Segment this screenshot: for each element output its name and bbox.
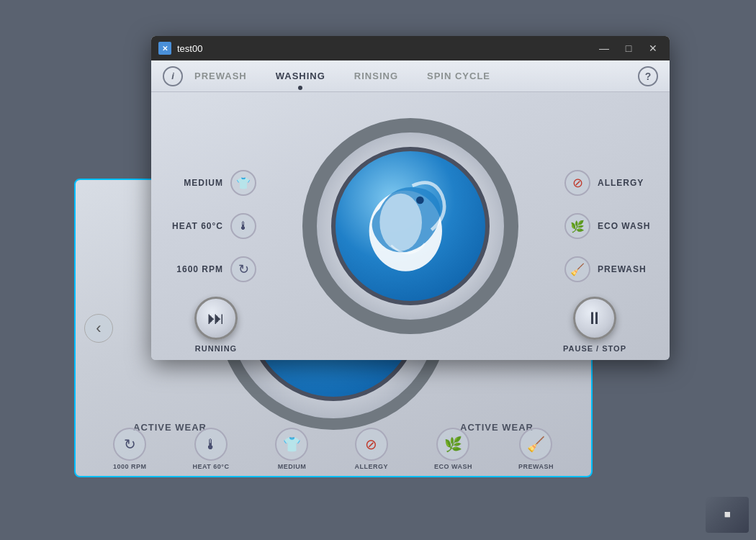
action-buttons: ⏭ RUNNING ⏸ PAUSE / STOP (151, 297, 670, 353)
allergy-control[interactable]: ⊘ ALLERGY (564, 170, 655, 196)
bg-bottom-icons: ↻ 1000 RPM 🌡 HEAT 60°C 👕 MEDIUM ⊘ ALLERG… (76, 428, 591, 470)
pause-icon: ⏸ (586, 308, 603, 328)
running-button-group: ⏭ RUNNING (194, 297, 238, 353)
chevron-left-icon: ‹ (96, 319, 101, 338)
minimize-button[interactable]: — (595, 39, 613, 58)
bg-icon-medium[interactable]: 👕 MEDIUM (275, 428, 308, 470)
running-button[interactable]: ⏭ (194, 297, 238, 340)
right-controls: ⊘ ALLERGY 🌿 ECO WASH 🧹 PREWASH (564, 170, 655, 282)
taskbar-thumbnail: ⬜ (706, 497, 749, 533)
allergy-icon-main: ⊘ (564, 170, 590, 196)
rpm-control[interactable]: 1600 RPM ↻ (166, 256, 256, 282)
window-title: test00 (177, 43, 589, 54)
prewash-label: PREWASH (518, 463, 554, 470)
bg-icon-eco[interactable]: 🌿 ECO WASH (434, 428, 472, 470)
bg-icon-prewash[interactable]: 🧹 PREWASH (518, 428, 554, 470)
info-icon[interactable]: i (163, 66, 183, 86)
allergy-label-main: ALLERGY (598, 178, 655, 188)
title-bar: ✕ test00 — □ ✕ (151, 36, 670, 60)
heat-icon-main: 🌡 (230, 213, 256, 239)
prewash-icon: 🧹 (519, 428, 552, 461)
top-navigation: i PREWASH WASHING RINSING SPIN CYCLE ? (151, 60, 670, 92)
close-button[interactable]: ✕ (644, 39, 662, 58)
dolphin-logo (353, 168, 468, 284)
bg-prev-button[interactable]: ‹ (84, 314, 113, 343)
svg-point-5 (416, 197, 424, 204)
heat-icon: 🌡 (194, 428, 228, 461)
rpm-icon-main: ↻ (230, 256, 256, 282)
load-icon: 👕 (230, 170, 256, 196)
bg-icon-heat[interactable]: 🌡 HEAT 60°C (193, 428, 230, 470)
step-washing[interactable]: WASHING (276, 71, 325, 81)
heat-label: HEAT 60°C (166, 221, 223, 231)
pause-stop-button[interactable]: ⏸ (573, 297, 616, 340)
rpm-icon: ↻ (113, 428, 146, 461)
app-icon: ✕ (158, 42, 171, 55)
eco-wash-control[interactable]: 🌿 ECO WASH (564, 213, 655, 239)
prewash-icon-main: 🧹 (564, 256, 590, 282)
rpm-label-main: 1600 RPM (166, 264, 223, 274)
eco-label: ECO WASH (434, 463, 472, 470)
pause-stop-label: PAUSE / STOP (563, 344, 626, 353)
step-rinsing[interactable]: RINSING (354, 71, 398, 81)
heat-control[interactable]: HEAT 60°C 🌡 (166, 213, 256, 239)
prewash-label-main: PREWASH (598, 264, 655, 274)
pause-stop-button-group: ⏸ PAUSE / STOP (563, 297, 626, 353)
step-prewash[interactable]: PREWASH (194, 71, 247, 81)
bg-icon-rpm[interactable]: ↻ 1000 RPM (113, 428, 147, 470)
prewash-control[interactable]: 🧹 PREWASH (564, 256, 655, 282)
running-label: RUNNING (195, 344, 237, 353)
bg-icon-allergy[interactable]: ⊘ ALLERGY (354, 428, 388, 470)
drum-glass (331, 147, 490, 305)
allergy-label: ALLERGY (354, 463, 388, 470)
progress-steps: PREWASH WASHING RINSING SPIN CYCLE (194, 71, 638, 81)
help-icon[interactable]: ? (638, 66, 658, 86)
left-controls: MEDIUM 👕 HEAT 60°C 🌡 1600 RPM ↻ (166, 170, 256, 282)
heat-label: HEAT 60°C (193, 463, 230, 470)
eco-icon: 🌿 (436, 428, 469, 461)
main-content: MEDIUM 👕 HEAT 60°C 🌡 1600 RPM ↻ (151, 92, 670, 360)
taskbar-preview[interactable]: ⬜ (706, 497, 749, 533)
rpm-label: 1000 RPM (113, 463, 147, 470)
load-control[interactable]: MEDIUM 👕 (166, 170, 256, 196)
load-label: MEDIUM (166, 178, 223, 188)
main-window: ✕ test00 — □ ✕ i PREWASH WASHING RINSING… (151, 36, 670, 360)
allergy-icon: ⊘ (355, 428, 388, 461)
maximize-button[interactable]: □ (619, 39, 638, 58)
svg-point-4 (379, 194, 422, 251)
medium-icon: 👕 (275, 428, 308, 461)
eco-wash-label: ECO WASH (598, 221, 655, 231)
skip-icon: ⏭ (207, 308, 225, 328)
medium-label: MEDIUM (278, 463, 307, 470)
eco-icon-main: 🌿 (564, 213, 590, 239)
step-spin-cycle[interactable]: SPIN CYCLE (427, 71, 490, 81)
